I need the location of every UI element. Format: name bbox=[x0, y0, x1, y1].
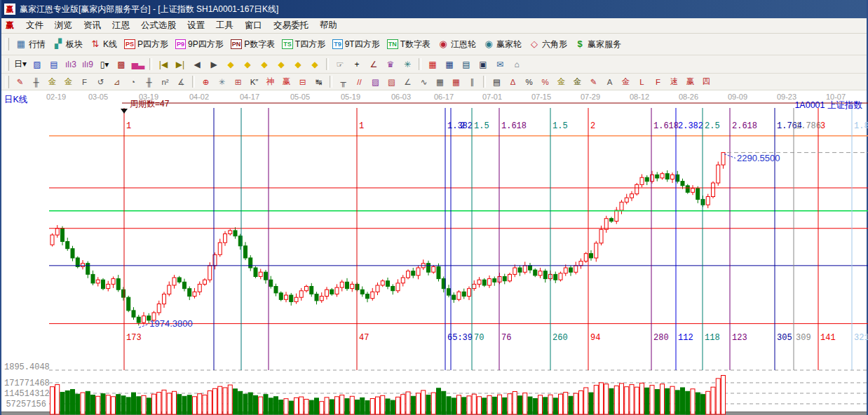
sectors-button[interactable]: ▞板块 bbox=[49, 37, 86, 52]
parallel-lines-icon[interactable]: ∥ bbox=[464, 76, 480, 88]
wave-lines-icon[interactable]: ∿ bbox=[416, 76, 432, 88]
calendar-icon[interactable]: ▦ bbox=[424, 57, 441, 72]
gann-wheel-button[interactable]: ◉江恩轮 bbox=[434, 37, 480, 52]
toolbar-drag-handle[interactable] bbox=[6, 38, 9, 50]
number-grid-icon[interactable]: ⊟ bbox=[294, 76, 311, 88]
percent-list-icon[interactable]: ▤ bbox=[489, 76, 505, 88]
prev-icon[interactable]: ◀ bbox=[189, 57, 205, 72]
gann-diamond-star-icon[interactable]: ◆ bbox=[306, 57, 323, 72]
p-number-table-button[interactable]: PNP数字表 bbox=[227, 37, 279, 52]
speed-line-icon[interactable]: 速 bbox=[666, 76, 682, 88]
title-bar[interactable]: 赢 赢家江恩专业版[赢家内部服务平台] - [上证指数 SH1A0001-167… bbox=[1, 0, 867, 18]
p-square-button[interactable]: PSP四方形 bbox=[121, 37, 172, 52]
toolbar-drag-handle[interactable] bbox=[6, 76, 9, 88]
candle-style-dropdown[interactable]: ▯▾ bbox=[96, 57, 113, 72]
menu-item-交易委托[interactable]: 交易委托 bbox=[268, 19, 314, 32]
notes-icon[interactable]: ▤ bbox=[458, 57, 475, 72]
k-note-icon[interactable]: K″ bbox=[246, 76, 262, 88]
gold-line-icon[interactable]: 金 bbox=[569, 76, 585, 88]
gold-grid-icon[interactable]: 金 bbox=[44, 76, 60, 88]
win-grid-icon[interactable]: 赢 bbox=[278, 76, 294, 88]
f-grid-icon[interactable]: F bbox=[76, 76, 93, 88]
beam-icon[interactable]: ╥ bbox=[335, 76, 351, 88]
menu-item-工具[interactable]: 工具 bbox=[210, 19, 239, 32]
protractor-icon[interactable]: ∡ bbox=[173, 76, 189, 88]
calculator-icon[interactable]: ▦ bbox=[441, 57, 458, 72]
span-arrows-icon[interactable]: ↹ bbox=[311, 76, 327, 88]
crown-tool[interactable]: ♛ bbox=[382, 57, 399, 72]
remote-pc-icon[interactable]: ⌂ bbox=[508, 57, 525, 72]
quote-memo-icon[interactable]: ▤ bbox=[46, 57, 62, 72]
hand-tool[interactable]: ☞ bbox=[332, 57, 348, 72]
app-window: 赢 赢家江恩专业版[赢家内部服务平台] - [上证指数 SH1A0001-167… bbox=[0, 0, 868, 415]
candle-period-dropdown[interactable]: 日▾ bbox=[12, 57, 29, 72]
menu-item-设置[interactable]: 设置 bbox=[182, 19, 210, 32]
fan-box-icon[interactable]: ▨ bbox=[367, 76, 384, 88]
menu-item-公式选股[interactable]: 公式选股 bbox=[135, 19, 182, 32]
9p-square-button[interactable]: P99P四方形 bbox=[172, 37, 227, 52]
winner-service-button[interactable]: $赢家服务 bbox=[571, 37, 625, 52]
t-number-table-button[interactable]: TNT数字表 bbox=[384, 37, 434, 52]
last-page-icon[interactable]: ▶| bbox=[172, 57, 189, 72]
kline-chart[interactable]: 11731471.38265:3921.5701.618761.52602941… bbox=[1, 90, 868, 415]
four-line-icon[interactable]: 四 bbox=[698, 76, 714, 88]
gold-grid-2-icon[interactable]: 金 bbox=[60, 76, 76, 88]
scribble-chart-icon[interactable]: ▨ bbox=[29, 57, 46, 72]
gold-red-icon[interactable]: 金 bbox=[618, 76, 634, 88]
grid-icon[interactable]: ▦ bbox=[432, 76, 448, 88]
gann-diamond-cross-icon[interactable]: ◆ bbox=[273, 57, 290, 72]
toolbar-drag-handle[interactable] bbox=[6, 58, 9, 71]
volume-profile-icon[interactable]: ▅▃ bbox=[130, 57, 147, 72]
brush-icon[interactable]: ✎ bbox=[585, 76, 602, 88]
grid-red-icon[interactable]: ▦ bbox=[448, 76, 464, 88]
spiral-icon[interactable]: ↺ bbox=[93, 76, 109, 88]
crosshair-tool[interactable]: + bbox=[348, 57, 365, 72]
target-icon[interactable]: ⊕ bbox=[198, 76, 214, 88]
bars-3-icon[interactable]: ılı3 bbox=[62, 57, 79, 72]
shen-grid-icon[interactable]: 神 bbox=[262, 76, 278, 88]
draw-pen-icon[interactable]: ✎ bbox=[12, 76, 28, 88]
l-line-icon[interactable]: L bbox=[634, 76, 650, 88]
fan-box-2-icon[interactable]: ▧ bbox=[384, 76, 400, 88]
gold-circle-icon[interactable]: 金 bbox=[553, 76, 569, 88]
gann-diamond-horizontal-icon[interactable]: ◆ bbox=[256, 57, 273, 72]
menu-item-窗口[interactable]: 窗口 bbox=[239, 19, 268, 32]
quotes-button[interactable]: ▦行情 bbox=[12, 37, 49, 52]
gann-diamond-plus-icon[interactable]: ◆ bbox=[290, 57, 306, 72]
kline-button[interactable]: ⇅K线 bbox=[86, 37, 121, 52]
percent-icon[interactable]: % bbox=[521, 76, 537, 88]
gann-diamond-right-icon[interactable]: ◆ bbox=[239, 57, 256, 72]
winner-wheel-button[interactable]: ◉赢家轮 bbox=[480, 37, 525, 52]
menu-item-资讯[interactable]: 资讯 bbox=[78, 19, 107, 32]
percent-line-icon[interactable]: % bbox=[537, 76, 553, 88]
menu-item-帮助[interactable]: 帮助 bbox=[314, 19, 343, 32]
web-grid-icon[interactable]: ⊞ bbox=[230, 76, 246, 88]
menu-item-江恩[interactable]: 江恩 bbox=[107, 19, 135, 32]
grid-fence-icon[interactable]: ╫ bbox=[28, 76, 44, 88]
gann-diamond-left-icon[interactable]: ◆ bbox=[222, 57, 239, 72]
fan-lines-icon[interactable]: // bbox=[351, 76, 367, 88]
t-square-button[interactable]: TST四方形 bbox=[278, 37, 329, 52]
first-page-icon[interactable]: |◀ bbox=[155, 57, 172, 72]
pattern-red-icon[interactable]: ▩ bbox=[113, 57, 130, 72]
n-square-icon[interactable]: n² bbox=[157, 76, 173, 88]
9t-square-button[interactable]: T99T四方形 bbox=[329, 37, 384, 52]
angle-tool[interactable]: ∠ bbox=[365, 57, 382, 72]
hexagon-button[interactable]: ◇六角形 bbox=[525, 37, 571, 52]
bars-9-icon[interactable]: ılı9 bbox=[79, 57, 96, 72]
f-line-icon[interactable]: F bbox=[650, 76, 666, 88]
a-angle-icon[interactable]: A bbox=[602, 76, 618, 88]
menu-item-文件[interactable]: 文件 bbox=[20, 19, 49, 32]
menu-item-浏览[interactable]: 浏览 bbox=[49, 19, 78, 32]
next-icon[interactable]: ▶ bbox=[205, 57, 222, 72]
fence-2-icon[interactable]: ╫ bbox=[141, 76, 157, 88]
publish-icon[interactable]: ✉ bbox=[491, 57, 508, 72]
wave-tool[interactable]: ✳ bbox=[399, 57, 416, 72]
web-icon[interactable]: ✳ bbox=[214, 76, 230, 88]
angle-lines-icon[interactable]: ∠ bbox=[400, 76, 416, 88]
win-line-icon[interactable]: 赢 bbox=[682, 76, 698, 88]
save-icon[interactable]: ▣ bbox=[475, 57, 491, 72]
ruler-pen-icon[interactable]: ⊿ bbox=[109, 76, 125, 88]
time-wheel-icon[interactable]: ◔ bbox=[125, 76, 141, 88]
percent-triangle-icon[interactable]: ∆ bbox=[505, 76, 521, 88]
